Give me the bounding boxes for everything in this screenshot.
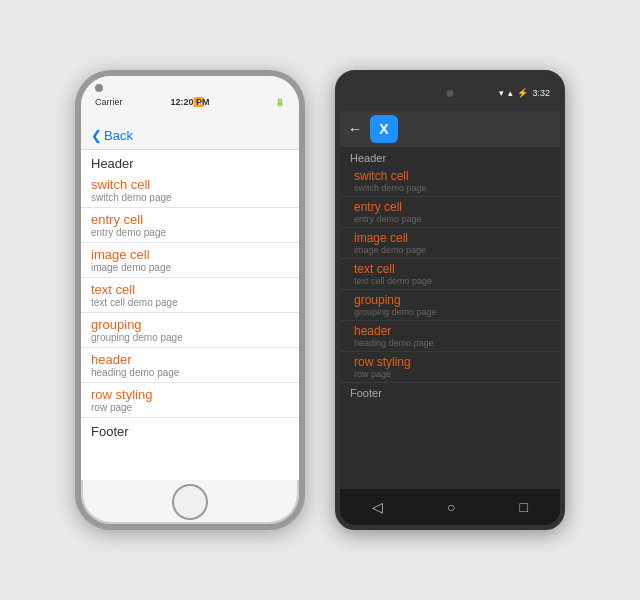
list-item[interactable]: grouping grouping demo page — [340, 290, 560, 321]
item-title: text cell — [354, 262, 546, 276]
android-camera — [447, 90, 454, 97]
iphone-list: switch cell switch demo page entry cell … — [81, 173, 299, 418]
list-item[interactable]: header heading demo page — [81, 348, 299, 383]
android-recent-button[interactable]: □ — [520, 499, 528, 515]
item-title: grouping — [91, 317, 289, 332]
item-title: grouping — [354, 293, 546, 307]
item-title: switch cell — [91, 177, 289, 192]
android-bottom-nav: ◁ ○ □ — [340, 489, 560, 525]
carrier-label: Carrier — [95, 97, 123, 107]
battery-icon: ⚡ — [517, 88, 528, 98]
list-item[interactable]: entry cell entry demo page — [81, 208, 299, 243]
item-title: text cell — [91, 282, 289, 297]
item-title: row styling — [91, 387, 289, 402]
item-subtitle: text cell demo page — [91, 297, 289, 308]
android-app-icon: X — [370, 115, 398, 143]
iphone-home-button[interactable] — [172, 484, 208, 520]
item-subtitle: entry demo page — [91, 227, 289, 238]
battery-icon: 🔋 — [275, 98, 285, 107]
iphone-nav-bar: ❮ Back — [81, 124, 299, 150]
iphone-section-header: Header — [81, 150, 299, 173]
iphone-status-bar: Carrier 📶 12:20 PM 🔋 — [81, 76, 299, 124]
item-title: entry cell — [354, 200, 546, 214]
list-item[interactable]: switch cell switch demo page — [340, 166, 560, 197]
item-title: switch cell — [354, 169, 546, 183]
android-home-button[interactable]: ○ — [447, 499, 455, 515]
item-subtitle: grouping demo page — [354, 307, 546, 317]
signal-icon: ▴ — [508, 88, 513, 98]
android-section-footer: Footer — [340, 383, 560, 403]
list-item[interactable]: switch cell switch demo page — [81, 173, 299, 208]
iphone-section-footer: Footer — [81, 418, 299, 445]
item-title: header — [91, 352, 289, 367]
android-status-bar: ▾ ▴ ⚡ 3:32 — [340, 75, 560, 111]
iphone-camera — [95, 84, 103, 92]
item-title: image cell — [91, 247, 289, 262]
item-subtitle: image demo page — [354, 245, 546, 255]
iphone-device: Carrier 📶 12:20 PM 🔋 ❮ Back Header switc… — [75, 70, 305, 530]
list-item[interactable]: text cell text cell demo page — [81, 278, 299, 313]
android-back-button[interactable]: ← — [348, 121, 362, 137]
app-icon-label: X — [379, 121, 388, 137]
item-subtitle: heading demo page — [91, 367, 289, 378]
item-subtitle: image demo page — [91, 262, 289, 273]
android-nav-bar: ← X — [340, 111, 560, 147]
android-device: ▾ ▴ ⚡ 3:32 ← X Header switch cell switch… — [335, 70, 565, 530]
list-item[interactable]: text cell text cell demo page — [340, 259, 560, 290]
list-item[interactable]: image cell image demo page — [340, 228, 560, 259]
android-back-nav-button[interactable]: ◁ — [372, 499, 383, 515]
list-item[interactable]: entry cell entry demo page — [340, 197, 560, 228]
list-item[interactable]: header heading demo page — [340, 321, 560, 352]
list-item[interactable]: image cell image demo page — [81, 243, 299, 278]
item-subtitle: text cell demo page — [354, 276, 546, 286]
back-label: Back — [104, 128, 133, 143]
item-subtitle: row page — [354, 369, 546, 379]
item-title: row styling — [354, 355, 546, 369]
item-title: image cell — [354, 231, 546, 245]
iphone-status: Carrier 📶 12:20 PM 🔋 — [95, 93, 285, 107]
chevron-left-icon: ❮ — [91, 128, 102, 143]
list-item[interactable]: row styling row page — [81, 383, 299, 418]
android-content: Header switch cell switch demo page entr… — [340, 147, 560, 489]
back-button[interactable]: ❮ Back — [91, 128, 289, 143]
list-item[interactable]: grouping grouping demo page — [81, 313, 299, 348]
item-subtitle: row page — [91, 402, 289, 413]
list-item[interactable]: row styling row page — [340, 352, 560, 383]
android-section-header: Header — [340, 147, 560, 166]
item-subtitle: entry demo page — [354, 214, 546, 224]
android-status-right: ▾ ▴ ⚡ 3:32 — [499, 88, 550, 98]
android-time: 3:32 — [532, 88, 550, 98]
item-title: entry cell — [91, 212, 289, 227]
wifi-icon: ▾ — [499, 88, 504, 98]
iphone-content: Header switch cell switch demo page entr… — [81, 150, 299, 480]
item-title: header — [354, 324, 546, 338]
iphone-time: 12:20 PM — [170, 97, 209, 107]
item-subtitle: heading demo page — [354, 338, 546, 348]
item-subtitle: grouping demo page — [91, 332, 289, 343]
item-subtitle: switch demo page — [91, 192, 289, 203]
android-list: switch cell switch demo page entry cell … — [340, 166, 560, 383]
item-subtitle: switch demo page — [354, 183, 546, 193]
